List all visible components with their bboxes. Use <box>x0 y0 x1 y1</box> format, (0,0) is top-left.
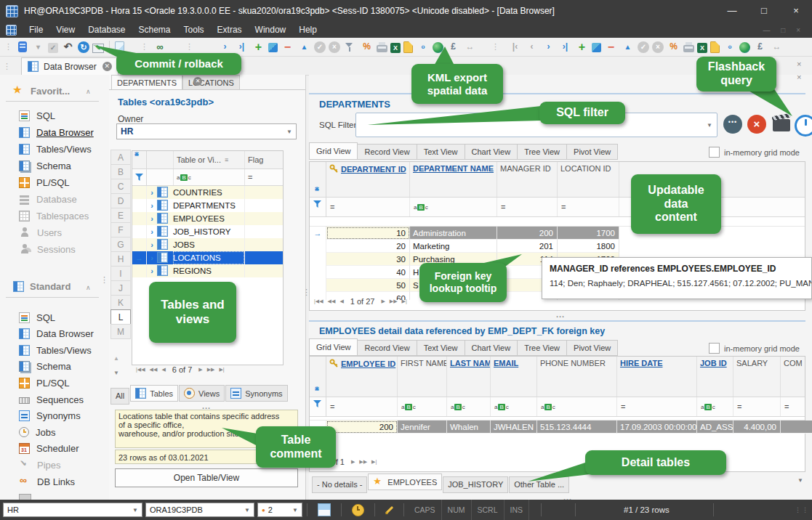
table-row-departments[interactable]: › DEPARTMENTS <box>132 199 283 212</box>
tab-grip-icon[interactable] <box>0 57 14 75</box>
expand-icon[interactable]: › <box>147 199 157 212</box>
Marketing[interactable]: 20 Marketing 201 1800 <box>310 240 805 253</box>
first-page-icon[interactable] <box>134 367 148 373</box>
tab-chart-view[interactable]: Chart View <box>465 340 518 356</box>
next-page-icon[interactable] <box>196 367 204 373</box>
column-width-icon[interactable]: ↔ <box>463 41 477 54</box>
sidebar-item-scheduler[interactable]: Scheduler <box>19 442 106 456</box>
file-export-icon[interactable] <box>403 41 413 53</box>
column-width-icon[interactable]: ↔ <box>770 41 784 54</box>
alphabet-letter[interactable]: G <box>110 237 131 252</box>
commit-icon[interactable]: ✓ <box>48 43 58 53</box>
alphabet-letter[interactable]: A <box>110 150 131 165</box>
column-header[interactable]: SALARY <box>733 357 781 397</box>
post-edit-icon[interactable]: ▲ <box>297 41 311 54</box>
toolbar-grip-icon[interactable] <box>182 42 196 52</box>
last-page-icon[interactable] <box>217 367 226 373</box>
maximize-button[interactable]: □ <box>748 0 780 22</box>
sidebar-item-pipes[interactable]: Pipes <box>19 458 106 472</box>
fast-prior-icon[interactable] <box>326 298 338 304</box>
next-record-icon[interactable]: › <box>218 41 232 54</box>
expand-icon[interactable]: › <box>147 186 157 199</box>
column-header-flag[interactable]: Flag <box>245 151 284 168</box>
text-filter-icon[interactable]: aBc <box>398 397 447 416</box>
sidebar-item-sql[interactable]: SQL <box>19 310 106 325</box>
first-record-icon[interactable]: |‹ <box>508 41 522 54</box>
column-header[interactable]: EMAIL <box>491 357 537 397</box>
animation-button[interactable] <box>773 119 790 131</box>
edit-record-icon[interactable] <box>592 43 601 52</box>
code-export-icon[interactable]: ‹› <box>416 41 430 54</box>
flag-cell[interactable] <box>244 225 283 238</box>
prior-page-icon[interactable] <box>159 367 167 373</box>
tab-all[interactable]: All <box>110 388 129 405</box>
alphabet-letter[interactable]: L <box>110 309 131 325</box>
sidebar-item-sql[interactable]: SQL <box>19 108 106 123</box>
tab-detail-job-history[interactable]: JOB_HISTORY <box>443 476 508 493</box>
splitter-handle[interactable]: ... <box>563 493 572 500</box>
flashback-query-button[interactable] <box>795 115 812 137</box>
tab-grid-view[interactable]: Grid View <box>309 142 358 160</box>
flag-cell[interactable] <box>244 238 283 251</box>
sidebar-item-tablespaces[interactable]: Tablespaces <box>19 208 106 223</box>
expand-icon[interactable]: › <box>147 251 157 264</box>
text-filter-icon[interactable]: aBc <box>174 169 245 185</box>
tab-tree-view[interactable]: Tree View <box>517 144 567 160</box>
find-icon[interactable]: ∞ <box>153 41 166 54</box>
sidebar-item-jobs[interactable]: Jobs <box>19 425 106 439</box>
inmemory-checkbox[interactable] <box>709 343 720 354</box>
toolbar-grip-icon[interactable] <box>1 42 15 52</box>
sidebar-item-tables-views[interactable]: Tables/Views <box>19 343 106 357</box>
flashback-icon[interactable]: £ <box>446 41 460 54</box>
open-table-view-button[interactable]: Open Table/View <box>115 468 298 487</box>
table-row-locations[interactable]: › LOCATIONS <box>132 251 283 264</box>
sidebar-item-sessions[interactable]: Sessions <box>19 242 106 256</box>
tab-data-browser[interactable]: Data Browser ✕ <box>21 57 118 75</box>
text-filter-icon[interactable]: aBc <box>410 198 497 216</box>
column-header[interactable]: LOCATION ID <box>558 162 619 197</box>
column-header[interactable]: LAST NAME <box>447 357 491 397</box>
scroll-up-icon[interactable]: ▲ <box>113 355 119 362</box>
close-tab-icon[interactable]: ✕ <box>193 77 202 86</box>
sidebar-item-clipped[interactable] <box>19 491 106 500</box>
standard-section-header[interactable]: Standard <box>13 281 71 292</box>
menu-item[interactable]: Extras <box>211 22 249 38</box>
text-filter-icon[interactable]: aBc <box>447 397 491 416</box>
collapse-chevron-icon[interactable]: ∧ <box>86 88 91 95</box>
tab-detail-employees[interactable]: EMPLOYEES <box>368 474 442 490</box>
excel-export-icon[interactable]: X <box>390 43 401 53</box>
flag-cell[interactable] <box>244 264 283 277</box>
alphabet-letter[interactable]: B <box>110 164 131 179</box>
sidebar-item-schema[interactable]: Schema <box>19 359 106 374</box>
fast-prior-icon[interactable] <box>148 367 160 373</box>
column-header[interactable]: FIRST NAME <box>398 357 447 397</box>
number-select[interactable]: ● 2▼ <box>257 503 302 517</box>
menu-item[interactable]: Schema <box>132 22 177 38</box>
chevron-down-icon[interactable]: ▼ <box>707 122 712 129</box>
excel-export-icon[interactable]: X <box>697 43 707 53</box>
column-header[interactable]: EMPLOYEE ID <box>326 357 398 397</box>
chevron-down-icon[interactable]: ▼ <box>797 477 803 484</box>
equals-filter-icon[interactable]: = <box>326 397 398 416</box>
favorites-section-header[interactable]: Favorit... <box>13 85 70 97</box>
sql-filter-input[interactable]: ▼ <box>355 113 717 137</box>
tab-record-view[interactable]: Record View <box>357 144 417 160</box>
connect-dropdown-icon[interactable]: ▾ <box>31 41 45 54</box>
menu-item[interactable]: Database <box>81 22 132 38</box>
fast-next-icon[interactable] <box>387 298 400 304</box>
expand-icon[interactable]: › <box>147 264 157 277</box>
cancel-query-button[interactable]: × <box>747 115 766 134</box>
alphabet-letter[interactable]: E <box>110 208 131 223</box>
tab-chart-view[interactable]: Chart View <box>465 144 518 160</box>
first-page-icon[interactable] <box>312 298 326 304</box>
alphabet-letter[interactable]: I <box>110 266 131 281</box>
splitter-handle[interactable]: ... <box>556 310 565 319</box>
print-icon[interactable] <box>377 45 387 52</box>
text-filter-icon[interactable]: aBc <box>537 397 617 416</box>
delete-record-icon[interactable]: − <box>604 41 618 54</box>
next-record-icon[interactable]: › <box>542 41 555 54</box>
print-icon[interactable] <box>683 45 694 52</box>
menu-item[interactable]: Window <box>249 22 293 38</box>
inmemory-checkbox[interactable] <box>709 147 720 158</box>
prior-page-icon[interactable] <box>337 298 345 304</box>
